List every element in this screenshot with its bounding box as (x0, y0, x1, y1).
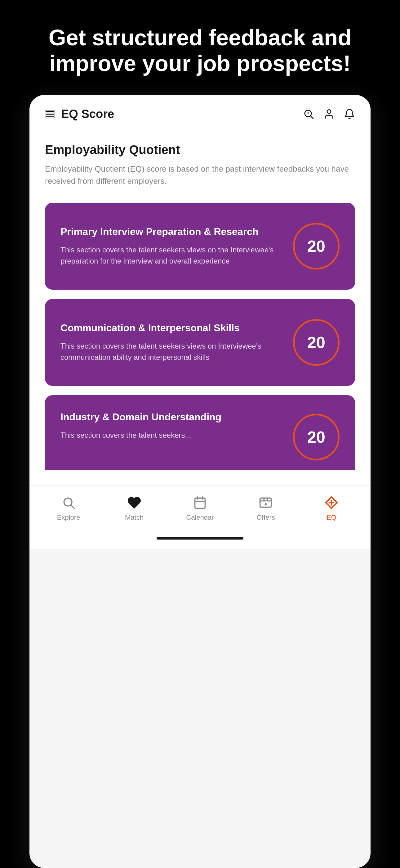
score-value-3: 20 (307, 428, 325, 446)
search-button[interactable] (303, 108, 314, 120)
score-card-3[interactable]: Industry & Domain Understanding This sec… (45, 395, 355, 470)
search-icon (303, 108, 314, 120)
nav-item-eq[interactable]: EQ (299, 495, 364, 522)
nav-item-explore[interactable]: Explore (36, 495, 101, 522)
card-text-3: Industry & Domain Understanding This sec… (61, 411, 293, 441)
bell-icon (344, 108, 355, 120)
section-title: Employability Quotient (45, 143, 355, 157)
card-desc-1: This section covers the talent seekers v… (61, 244, 284, 267)
card-text-1: Primary Interview Preparation & Research… (61, 225, 293, 267)
card-title-1: Primary Interview Preparation & Research (61, 225, 284, 239)
nav-item-offers[interactable]: Offers (233, 495, 299, 522)
card-title-2: Communication & Interpersonal Skills (61, 321, 284, 335)
header-left: EQ Score (45, 107, 114, 121)
card-desc-2: This section covers the talent seekers v… (61, 341, 284, 363)
nav-item-calendar[interactable]: Calendar (167, 495, 233, 522)
main-content: Employability Quotient Employability Quo… (29, 127, 371, 485)
svg-point-11 (265, 503, 266, 505)
explore-label: Explore (57, 514, 80, 522)
hero-text: Get structured feedback and improve your… (0, 0, 400, 95)
match-icon (127, 495, 142, 510)
svg-rect-10 (260, 498, 272, 507)
explore-icon (61, 495, 76, 510)
bottom-nav: Explore Match Calendar (29, 485, 371, 528)
calendar-label: Calendar (186, 514, 214, 522)
svg-line-5 (71, 505, 74, 508)
score-value-2: 20 (307, 333, 325, 352)
score-card-2[interactable]: Communication & Interpersonal Skills Thi… (45, 299, 355, 386)
match-label: Match (125, 514, 143, 522)
home-indicator (157, 537, 243, 539)
offers-label: Offers (257, 514, 275, 522)
card-text-2: Communication & Interpersonal Skills Thi… (61, 321, 293, 363)
score-cards: Primary Interview Preparation & Research… (45, 203, 355, 476)
offers-icon (258, 495, 273, 510)
svg-point-3 (327, 110, 331, 114)
section-description: Employability Quotient (EQ) score is bas… (45, 163, 355, 187)
eq-icon (324, 495, 339, 510)
phone-container: EQ Score (29, 95, 371, 868)
eq-label: EQ (327, 514, 336, 522)
user-button[interactable] (324, 108, 335, 120)
menu-button[interactable] (45, 110, 55, 118)
app-header: EQ Score (29, 95, 371, 127)
app-title: EQ Score (61, 107, 114, 121)
calendar-icon (192, 495, 208, 510)
score-circle-2: 20 (293, 319, 339, 366)
svg-line-1 (311, 116, 313, 119)
score-circle-3: 20 (293, 414, 339, 460)
header-icons (303, 108, 355, 120)
notification-button[interactable] (344, 108, 355, 120)
score-value-1: 20 (307, 237, 325, 255)
score-circle-1: 20 (293, 223, 339, 270)
svg-rect-6 (195, 498, 205, 508)
user-icon (324, 108, 335, 120)
nav-item-match[interactable]: Match (101, 495, 167, 522)
score-card-1[interactable]: Primary Interview Preparation & Research… (45, 203, 355, 290)
card-title-3: Industry & Domain Understanding (61, 411, 284, 424)
card-desc-3: This section covers the talent seekers..… (61, 430, 284, 441)
